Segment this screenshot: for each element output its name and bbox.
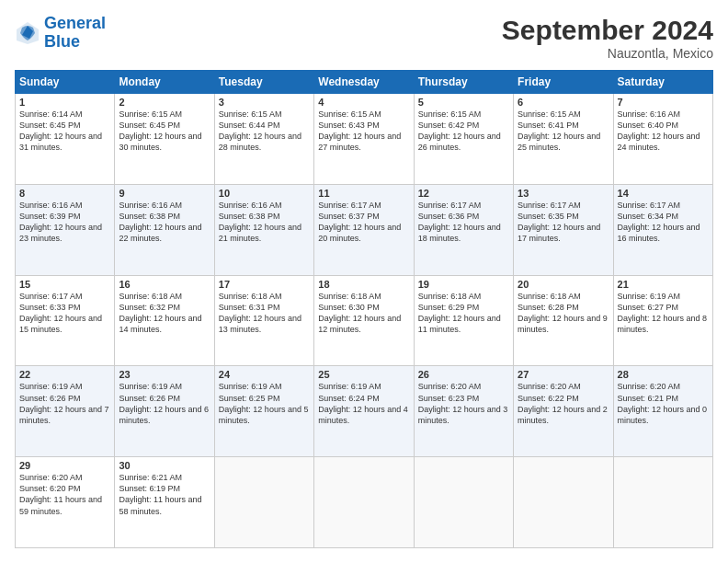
day-number: 15 [19, 279, 110, 290]
day-number: 19 [418, 279, 509, 290]
day-info: Sunrise: 6:15 AMSunset: 6:41 PMDaylight:… [518, 109, 609, 154]
day-number: 9 [119, 188, 210, 199]
day-number: 29 [19, 460, 110, 471]
calendar-cell: 15 Sunrise: 6:17 AMSunset: 6:33 PMDaylig… [16, 275, 115, 366]
header: General Blue September 2024 Nauzontla, M… [15, 15, 713, 61]
month-title: September 2024 [502, 15, 713, 46]
day-number: 17 [219, 279, 310, 290]
calendar-cell: 8 Sunrise: 6:16 AMSunset: 6:39 PMDayligh… [16, 184, 115, 275]
calendar-cell: 2 Sunrise: 6:15 AMSunset: 6:45 PMDayligh… [115, 94, 214, 185]
day-info: Sunrise: 6:18 AMSunset: 6:28 PMDaylight:… [518, 291, 609, 336]
logo-line1: General [44, 14, 106, 32]
day-number: 30 [119, 460, 210, 471]
day-info: Sunrise: 6:14 AMSunset: 6:45 PMDaylight:… [19, 109, 110, 154]
day-number: 26 [418, 369, 509, 380]
calendar-cell [514, 457, 613, 548]
calendar-cell: 11 Sunrise: 6:17 AMSunset: 6:37 PMDaylig… [314, 184, 414, 275]
calendar-col-header: Tuesday [214, 71, 313, 94]
calendar-week-row: 15 Sunrise: 6:17 AMSunset: 6:33 PMDaylig… [16, 275, 713, 366]
calendar-cell: 7 Sunrise: 6:16 AMSunset: 6:40 PMDayligh… [613, 94, 712, 185]
calendar-cell [414, 457, 513, 548]
day-number: 10 [219, 188, 310, 199]
calendar-col-header: Saturday [613, 71, 712, 94]
day-number: 11 [318, 188, 409, 199]
day-number: 12 [418, 188, 509, 199]
calendar-cell: 19 Sunrise: 6:18 AMSunset: 6:29 PMDaylig… [414, 275, 513, 366]
calendar-cell: 24 Sunrise: 6:19 AMSunset: 6:25 PMDaylig… [214, 366, 313, 457]
calendar-cell [214, 457, 313, 548]
day-info: Sunrise: 6:19 AMSunset: 6:24 PMDaylight:… [318, 381, 409, 426]
location: Nauzontla, Mexico [502, 46, 713, 61]
day-number: 5 [418, 97, 509, 108]
day-info: Sunrise: 6:19 AMSunset: 6:26 PMDaylight:… [119, 381, 210, 426]
calendar-cell: 14 Sunrise: 6:17 AMSunset: 6:34 PMDaylig… [613, 184, 712, 275]
day-info: Sunrise: 6:19 AMSunset: 6:26 PMDaylight:… [19, 381, 110, 426]
calendar-col-header: Thursday [414, 71, 513, 94]
day-number: 16 [119, 279, 210, 290]
calendar-col-header: Friday [514, 71, 613, 94]
day-info: Sunrise: 6:17 AMSunset: 6:34 PMDaylight:… [618, 200, 709, 245]
calendar-cell: 17 Sunrise: 6:18 AMSunset: 6:31 PMDaylig… [214, 275, 313, 366]
day-info: Sunrise: 6:19 AMSunset: 6:25 PMDaylight:… [219, 381, 310, 426]
day-info: Sunrise: 6:15 AMSunset: 6:45 PMDaylight:… [119, 109, 210, 154]
day-number: 23 [119, 369, 210, 380]
calendar-col-header: Wednesday [314, 71, 414, 94]
calendar-cell: 20 Sunrise: 6:18 AMSunset: 6:28 PMDaylig… [514, 275, 613, 366]
calendar-cell: 27 Sunrise: 6:20 AMSunset: 6:22 PMDaylig… [514, 366, 613, 457]
calendar-week-row: 8 Sunrise: 6:16 AMSunset: 6:39 PMDayligh… [16, 184, 713, 275]
day-number: 14 [618, 188, 709, 199]
calendar-cell: 23 Sunrise: 6:19 AMSunset: 6:26 PMDaylig… [115, 366, 214, 457]
day-info: Sunrise: 6:19 AMSunset: 6:27 PMDaylight:… [618, 291, 709, 336]
calendar-table: SundayMondayTuesdayWednesdayThursdayFrid… [15, 70, 713, 548]
logo-icon [15, 20, 40, 46]
day-info: Sunrise: 6:21 AMSunset: 6:19 PMDaylight:… [119, 472, 210, 517]
title-area: September 2024 Nauzontla, Mexico [502, 15, 713, 61]
calendar-cell: 25 Sunrise: 6:19 AMSunset: 6:24 PMDaylig… [314, 366, 414, 457]
calendar-cell: 18 Sunrise: 6:18 AMSunset: 6:30 PMDaylig… [314, 275, 414, 366]
day-number: 13 [518, 188, 609, 199]
day-number: 22 [19, 369, 110, 380]
day-number: 6 [518, 97, 609, 108]
day-number: 21 [618, 279, 709, 290]
calendar-cell: 13 Sunrise: 6:17 AMSunset: 6:35 PMDaylig… [514, 184, 613, 275]
day-info: Sunrise: 6:16 AMSunset: 6:38 PMDaylight:… [219, 200, 310, 245]
calendar-cell: 22 Sunrise: 6:19 AMSunset: 6:26 PMDaylig… [16, 366, 115, 457]
day-number: 18 [318, 279, 409, 290]
calendar-cell: 9 Sunrise: 6:16 AMSunset: 6:38 PMDayligh… [115, 184, 214, 275]
day-number: 24 [219, 369, 310, 380]
day-info: Sunrise: 6:17 AMSunset: 6:36 PMDaylight:… [418, 200, 509, 245]
calendar-cell: 10 Sunrise: 6:16 AMSunset: 6:38 PMDaylig… [214, 184, 313, 275]
day-info: Sunrise: 6:20 AMSunset: 6:22 PMDaylight:… [518, 381, 609, 426]
calendar-cell [314, 457, 414, 548]
calendar-cell: 26 Sunrise: 6:20 AMSunset: 6:23 PMDaylig… [414, 366, 513, 457]
day-info: Sunrise: 6:16 AMSunset: 6:39 PMDaylight:… [19, 200, 110, 245]
day-info: Sunrise: 6:18 AMSunset: 6:30 PMDaylight:… [318, 291, 409, 336]
day-number: 3 [219, 97, 310, 108]
page: General Blue September 2024 Nauzontla, M… [0, 0, 728, 563]
day-number: 7 [618, 97, 709, 108]
day-info: Sunrise: 6:15 AMSunset: 6:42 PMDaylight:… [418, 109, 509, 154]
day-info: Sunrise: 6:17 AMSunset: 6:37 PMDaylight:… [318, 200, 409, 245]
calendar-cell [613, 457, 712, 548]
calendar-week-row: 29 Sunrise: 6:20 AMSunset: 6:20 PMDaylig… [16, 457, 713, 548]
day-number: 28 [618, 369, 709, 380]
calendar-cell: 6 Sunrise: 6:15 AMSunset: 6:41 PMDayligh… [514, 94, 613, 185]
calendar-cell: 30 Sunrise: 6:21 AMSunset: 6:19 PMDaylig… [115, 457, 214, 548]
calendar-week-row: 1 Sunrise: 6:14 AMSunset: 6:45 PMDayligh… [16, 94, 713, 185]
day-info: Sunrise: 6:18 AMSunset: 6:32 PMDaylight:… [119, 291, 210, 336]
day-info: Sunrise: 6:17 AMSunset: 6:35 PMDaylight:… [518, 200, 609, 245]
day-number: 2 [119, 97, 210, 108]
day-info: Sunrise: 6:20 AMSunset: 6:21 PMDaylight:… [618, 381, 709, 426]
day-info: Sunrise: 6:15 AMSunset: 6:43 PMDaylight:… [318, 109, 409, 154]
day-info: Sunrise: 6:18 AMSunset: 6:29 PMDaylight:… [418, 291, 509, 336]
day-info: Sunrise: 6:20 AMSunset: 6:20 PMDaylight:… [19, 472, 110, 517]
logo-line2: Blue [44, 32, 80, 51]
day-info: Sunrise: 6:20 AMSunset: 6:23 PMDaylight:… [418, 381, 509, 426]
day-number: 20 [518, 279, 609, 290]
day-number: 4 [318, 97, 409, 108]
day-number: 1 [19, 97, 110, 108]
calendar-col-header: Monday [115, 71, 214, 94]
calendar-col-header: Sunday [16, 71, 115, 94]
calendar-cell: 5 Sunrise: 6:15 AMSunset: 6:42 PMDayligh… [414, 94, 513, 185]
calendar-cell: 1 Sunrise: 6:14 AMSunset: 6:45 PMDayligh… [16, 94, 115, 185]
